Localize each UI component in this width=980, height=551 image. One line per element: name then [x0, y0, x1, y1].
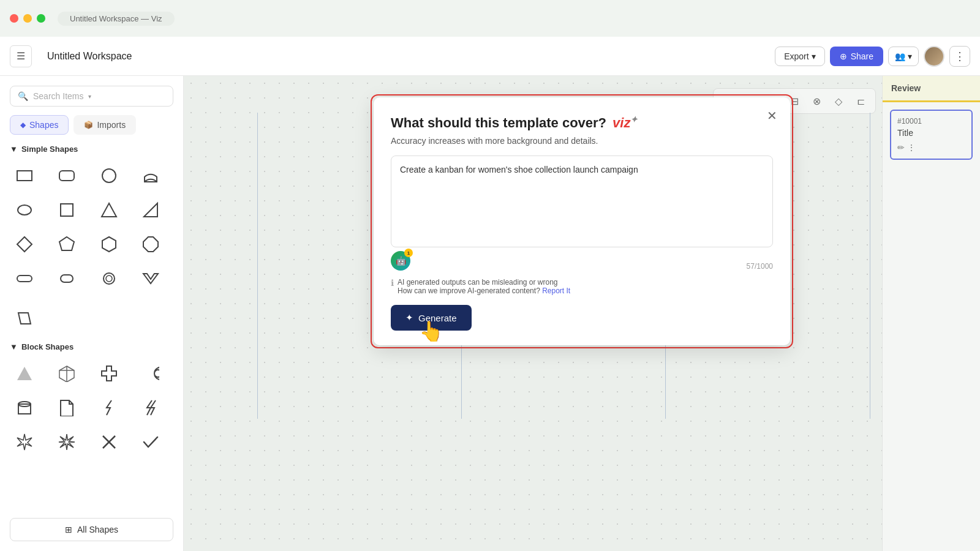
block-shape-cross[interactable]	[94, 359, 124, 388]
block-shape-lightning2[interactable]	[136, 393, 165, 422]
ai-assistant-icon: 🤖 1	[391, 251, 410, 271]
textarea-footer: 🤖 1 57/1000	[391, 251, 773, 271]
block-shape-cube[interactable]	[52, 359, 81, 388]
modal-border-wrapper: ✕ What should this template cover? viz✦ …	[371, 94, 793, 348]
svg-rect-0	[17, 171, 32, 181]
shape-arc[interactable]	[136, 161, 165, 190]
block-shape-page[interactable]	[52, 393, 81, 422]
close-icon: ✕	[767, 108, 777, 123]
ai-badge: 1	[404, 249, 413, 257]
header-actions: Export ▾ ⊕ Share 👥 ▾ ⋮	[775, 46, 970, 67]
shape-parallelogram[interactable]	[10, 303, 39, 332]
shape-chevron-down[interactable]	[136, 264, 165, 293]
traffic-light-yellow[interactable]	[23, 14, 32, 23]
shape-rectangle[interactable]	[10, 161, 39, 190]
shapes-tab-icon: ◆	[20, 121, 26, 129]
report-link[interactable]: Report It	[542, 287, 570, 295]
simple-shapes-label: Simple Shapes	[21, 144, 78, 154]
tab-imports-label: Imports	[97, 120, 126, 130]
svg-marker-24	[59, 434, 75, 450]
collaborators-icon: 👥	[895, 51, 905, 61]
shape-diamond[interactable]	[10, 230, 39, 259]
svg-marker-6	[144, 203, 157, 217]
block-shapes-grid	[10, 359, 173, 457]
menu-button[interactable]: ☰	[10, 45, 32, 67]
svg-marker-23	[17, 434, 32, 450]
shape-round-stadium[interactable]	[52, 264, 81, 293]
share-button[interactable]: ⊕ Share	[830, 47, 883, 66]
chevron-down-icon: ▾	[908, 51, 912, 61]
block-shape-crescent[interactable]	[136, 359, 165, 388]
shape-round2[interactable]	[94, 264, 124, 293]
system-bar-title: Untitled Workspace — Viz	[58, 12, 175, 26]
svg-marker-5	[102, 203, 116, 217]
export-button[interactable]: Export ▾	[775, 47, 824, 66]
workspace-title[interactable]: Untitled Workspace	[39, 47, 767, 66]
collaborators-button[interactable]: 👥 ▾	[888, 47, 919, 66]
block-shapes-label: Block Shapes	[21, 342, 74, 351]
svg-marker-9	[102, 237, 116, 252]
modal-overlay: ✕ What should this template cover? viz✦ …	[184, 76, 980, 551]
svg-marker-15	[143, 274, 158, 283]
all-shapes-button[interactable]: ⊞ All Shapes	[10, 518, 173, 541]
search-dropdown-icon: ▾	[88, 93, 91, 100]
block-shape-star-burst[interactable]	[10, 427, 39, 457]
simple-shapes-grid	[10, 161, 173, 293]
ai-template-modal: ✕ What should this template cover? viz✦ …	[374, 97, 790, 345]
canvas-area[interactable]: ⊠ ⊞ ⊡ ⊟ ⊗ ◇ ⊏ Review #10001 Title ✏ ⋮	[184, 76, 980, 551]
shape-circle[interactable]	[94, 161, 124, 190]
info-icon: ℹ	[391, 278, 394, 288]
svg-point-2	[102, 169, 116, 182]
sidebar: 🔍 Search Items ▾ ◆ Shapes 📦 Imports ▼ Si…	[0, 76, 184, 551]
app-header: ☰ Untitled Workspace Export ▾ ⊕ Share 👥 …	[0, 37, 980, 76]
shape-stadium[interactable]	[10, 264, 39, 293]
more-options-button[interactable]: ⋮	[949, 46, 970, 67]
block-shape-cylinder[interactable]	[10, 393, 39, 422]
shape-square[interactable]	[52, 195, 81, 225]
search-bar[interactable]: 🔍 Search Items ▾	[10, 86, 173, 107]
share-icon: ⊕	[840, 51, 847, 61]
shape-rounded-rect[interactable]	[52, 161, 81, 190]
search-placeholder: Search Items	[33, 91, 83, 101]
more-icon: ⋮	[954, 50, 965, 63]
modal-close-button[interactable]: ✕	[763, 107, 780, 124]
warning-text: AI generated outputs can be misleading o…	[398, 278, 570, 295]
search-icon: 🔍	[18, 91, 28, 101]
shape-octagon[interactable]	[136, 230, 165, 259]
export-chevron-icon: ▾	[812, 51, 816, 61]
generate-button[interactable]: ✦ Generate	[391, 305, 472, 331]
viz-sparkle: ✦	[630, 114, 638, 124]
block-shapes-header[interactable]: ▼ Block Shapes	[10, 342, 173, 351]
simple-shapes-arrow-icon: ▼	[10, 144, 18, 154]
viz-logo: viz✦	[612, 114, 638, 131]
svg-marker-16	[18, 313, 31, 324]
viz-v: v	[612, 115, 620, 130]
imports-tab-icon: 📦	[84, 121, 93, 129]
svg-rect-4	[61, 204, 73, 216]
svg-point-13	[104, 273, 115, 284]
simple-shapes-header[interactable]: ▼ Simple Shapes	[10, 144, 173, 154]
template-description-input[interactable]	[391, 156, 773, 247]
block-shape-lightning[interactable]	[94, 393, 124, 422]
shape-triangle[interactable]	[94, 195, 124, 225]
block-shape-star-burst2[interactable]	[52, 427, 81, 457]
traffic-light-green[interactable]	[37, 14, 45, 23]
shape-oval[interactable]	[10, 195, 39, 225]
shape-hexagon[interactable]	[94, 230, 124, 259]
shape-right-triangle[interactable]	[136, 195, 165, 225]
block-shape-triangle[interactable]	[10, 359, 39, 388]
extra-shapes-row	[10, 303, 173, 332]
generate-star-icon: ✦	[405, 312, 413, 323]
avatar[interactable]	[924, 46, 944, 67]
svg-rect-11	[17, 276, 32, 282]
shape-pentagon[interactable]	[52, 230, 81, 259]
tab-imports[interactable]: 📦 Imports	[74, 115, 136, 135]
char-count: 57/1000	[747, 262, 773, 271]
export-label: Export	[784, 51, 809, 61]
block-shape-x-mark[interactable]	[94, 427, 124, 457]
tab-shapes[interactable]: ◆ Shapes	[10, 115, 69, 135]
main-layout: 🔍 Search Items ▾ ◆ Shapes 📦 Imports ▼ Si…	[0, 76, 980, 551]
block-shape-checkmark[interactable]	[136, 427, 165, 457]
traffic-light-red[interactable]	[10, 14, 18, 23]
viz-z: z	[624, 115, 630, 130]
